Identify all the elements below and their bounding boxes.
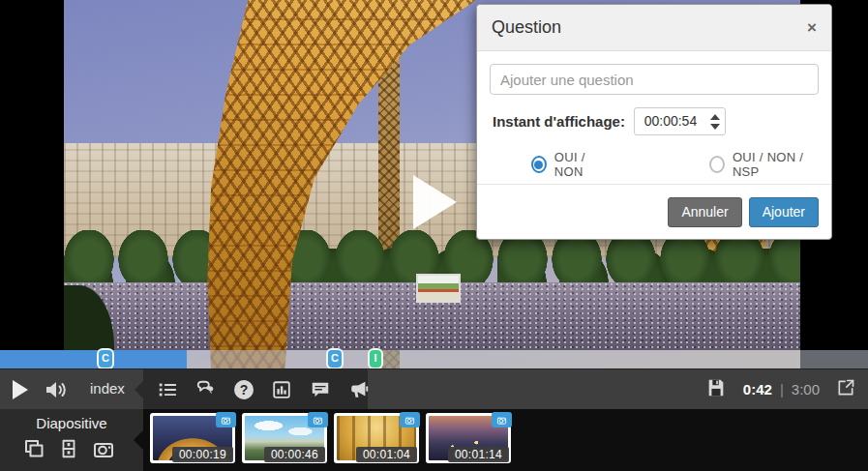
annotation-toolbar: ? xyxy=(143,369,368,409)
playback-right-cluster: 0:42 | 3:00 xyxy=(705,369,855,409)
chart-icon xyxy=(271,379,292,400)
camera-icon xyxy=(92,437,115,460)
spinner-up-icon[interactable] xyxy=(710,114,720,120)
question-button[interactable]: ? xyxy=(234,379,254,400)
display-time-value[interactable]: 00:00:54 xyxy=(635,108,706,134)
index-label[interactable]: index xyxy=(90,380,125,397)
time-display: 0:42 | 3:00 xyxy=(743,381,820,397)
video-screen xyxy=(416,274,461,303)
statistics-button[interactable] xyxy=(271,379,292,400)
slide-thumbnail[interactable]: 00:01:14 xyxy=(426,413,511,463)
fullscreen-button[interactable] xyxy=(836,378,855,401)
radio-option-oui-non[interactable]: OUI / NON xyxy=(531,150,608,179)
video-annotation-app: C C I index xyxy=(0,0,868,471)
timeline[interactable]: C C I xyxy=(0,350,868,368)
display-time-row: Instant d'affichage: 00:00:54 xyxy=(490,107,819,135)
camera-icon xyxy=(312,415,324,426)
film-button[interactable] xyxy=(58,437,79,464)
radio-label: OUI / NON / NSP xyxy=(733,150,819,179)
camera-icon xyxy=(220,415,232,426)
thumbnails-callout-arrow xyxy=(134,430,143,450)
close-icon[interactable]: × xyxy=(807,19,817,36)
snapshot-button[interactable] xyxy=(92,437,115,464)
display-time-label: Instant d'affichage: xyxy=(493,113,625,130)
answer-type-options: OUI / NON OUI / NON / NSP xyxy=(490,150,819,179)
save-button[interactable] xyxy=(705,377,727,402)
play-overlay-icon[interactable] xyxy=(413,175,457,229)
megaphone-icon xyxy=(348,379,370,400)
announcement-button[interactable] xyxy=(348,379,370,400)
comment-button[interactable] xyxy=(310,379,331,400)
display-time-spinner[interactable]: 00:00:54 xyxy=(634,107,726,135)
camera-badge xyxy=(492,412,512,427)
spinner-down-icon[interactable] xyxy=(710,124,720,130)
thumbnail-timestamp: 00:00:46 xyxy=(264,447,325,462)
submit-button[interactable]: Ajouter xyxy=(749,197,819,227)
cancel-button[interactable]: Annuler xyxy=(668,197,741,227)
thumbnail-timestamp: 00:00:19 xyxy=(172,447,233,462)
index-list-button[interactable] xyxy=(157,379,178,400)
dialog-header: Question × xyxy=(477,5,831,51)
current-time: 0:42 xyxy=(743,381,772,397)
dialog-body: Instant d'affichage: 00:00:54 OUI / NON … xyxy=(477,51,831,179)
dialog-title: Question xyxy=(492,17,561,38)
slide-panel-title: Diapositive xyxy=(0,415,143,431)
chat-icon xyxy=(195,379,217,400)
total-time: 3:00 xyxy=(792,381,820,397)
radio-option-oui-non-nsp[interactable]: OUI / NON / NSP xyxy=(709,150,819,179)
index-marker[interactable]: I xyxy=(368,348,383,369)
volume-icon xyxy=(46,382,56,397)
timeline-progress xyxy=(0,350,187,368)
list-icon xyxy=(157,379,178,400)
camera-icon xyxy=(495,415,508,426)
film-icon xyxy=(58,437,79,460)
radio-unselected-icon[interactable] xyxy=(709,156,725,173)
play-button[interactable] xyxy=(13,380,28,399)
question-dialog: Question × Instant d'affichage: 00:00:54… xyxy=(476,4,832,240)
slide-panel: Diapositive xyxy=(0,409,143,471)
radio-label: OUI / NON xyxy=(554,150,608,179)
camera-icon xyxy=(404,415,416,426)
slide-thumbnails: 00:00:19 00:00:46 00:01:04 xyxy=(143,409,868,471)
radio-selected-icon[interactable] xyxy=(531,156,547,173)
camera-badge xyxy=(400,412,420,427)
question-marker[interactable]: C xyxy=(326,348,344,369)
save-icon xyxy=(705,377,727,398)
camera-badge xyxy=(216,412,236,427)
camera-badge xyxy=(308,412,328,427)
question-input[interactable] xyxy=(490,64,819,95)
duplicate-slide-button[interactable] xyxy=(22,437,45,464)
time-separator: | xyxy=(780,381,784,397)
control-bar: index ? xyxy=(0,368,868,409)
slide-panel-tools xyxy=(0,437,143,464)
toolbar-callout-arrow xyxy=(135,381,143,398)
duplicate-icon xyxy=(22,437,45,460)
help-icon: ? xyxy=(234,380,254,399)
slide-thumbnail[interactable]: 00:01:04 xyxy=(334,413,419,463)
slide-thumbnail[interactable]: 00:00:19 xyxy=(150,413,235,463)
slide-thumbnail[interactable]: 00:00:46 xyxy=(242,413,327,463)
question-marker[interactable]: C xyxy=(97,348,114,369)
thumbnail-timestamp: 00:01:04 xyxy=(356,447,417,462)
comment-icon xyxy=(310,379,331,400)
volume-button[interactable] xyxy=(44,378,69,405)
fullscreen-icon xyxy=(836,378,855,397)
thumbnail-timestamp: 00:01:14 xyxy=(448,447,509,462)
dialog-footer: Annuler Ajouter xyxy=(477,184,831,239)
spinner-buttons xyxy=(708,108,722,134)
discussion-button[interactable] xyxy=(195,379,217,400)
slides-bar: Diapositive xyxy=(0,409,868,471)
